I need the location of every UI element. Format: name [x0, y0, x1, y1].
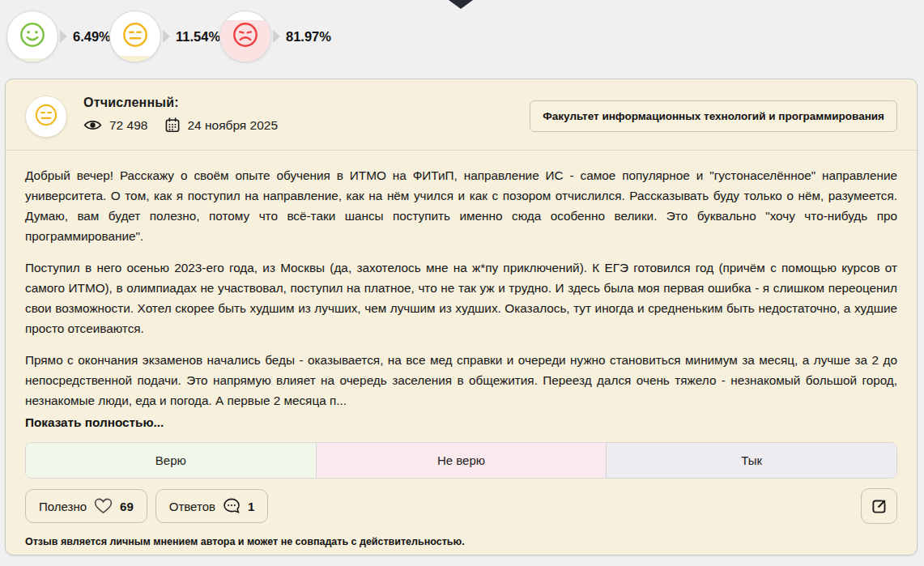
stat-neutral[interactable]: 11.54%	[109, 11, 220, 62]
useful-count: 69	[120, 500, 134, 513]
happy-gauge-fill	[7, 58, 57, 62]
neutral-face-icon	[34, 103, 58, 130]
vote-row: Верю Не верю Тык	[25, 442, 897, 479]
show-more-link[interactable]: Показать полностью...	[25, 412, 164, 432]
avatar	[25, 96, 67, 138]
review-paragraph: Поступил в него осенью 2023-его года, из…	[25, 257, 897, 338]
calendar-icon	[165, 117, 180, 133]
neutral-gauge-circle	[109, 11, 161, 62]
review-paragraph: Прямо с окончания экзаменов начались бед…	[25, 350, 897, 411]
chevron-right-icon	[163, 30, 170, 43]
review-body: Добрый вечер! Расскажу о своём опыте обу…	[6, 151, 917, 547]
tooltip-pointer	[449, 0, 473, 9]
answers-button[interactable]: Ответов 1	[155, 489, 269, 523]
stat-sad[interactable]: 81.97%	[219, 11, 331, 62]
sad-percent: 81.97%	[286, 29, 331, 45]
chat-bubble-icon	[223, 498, 241, 514]
open-external-button[interactable]	[861, 488, 897, 524]
neutral-gauge-fill	[110, 56, 160, 62]
review-header: Отчисленный: 72 498	[6, 79, 917, 151]
review-paragraph: Добрый вечер! Расскажу о своём опыте обу…	[25, 165, 897, 246]
neutral-percent: 11.54%	[176, 29, 220, 45]
review-date: 24 ноября 2025	[187, 118, 278, 133]
believe-button[interactable]: Верю	[26, 443, 316, 478]
not-believe-button[interactable]: Не верю	[316, 443, 607, 478]
views-count: 72 498	[109, 118, 147, 133]
stat-happy[interactable]: 6.49%	[6, 11, 111, 62]
happy-gauge-circle	[6, 11, 58, 62]
chevron-right-icon	[273, 30, 280, 43]
chevron-right-icon	[60, 30, 67, 43]
neutral-face-icon	[121, 21, 149, 52]
disclaimer-text: Отзыв является личным мнением автора и м…	[25, 536, 897, 547]
useful-label: Полезно	[39, 500, 87, 513]
heart-icon	[94, 498, 113, 514]
answers-count: 1	[248, 500, 254, 513]
faculty-button[interactable]: Факультет информационных технологий и пр…	[530, 100, 897, 132]
external-link-icon	[871, 498, 888, 515]
answers-label: Ответов	[169, 500, 215, 513]
review-title: Отчисленный:	[83, 96, 278, 110]
happy-percent: 6.49%	[73, 29, 111, 45]
sad-gauge-circle	[219, 11, 271, 62]
poke-button[interactable]: Тык	[606, 443, 896, 478]
action-row: Полезно 69 Ответов	[25, 488, 897, 524]
sad-face-icon	[232, 21, 259, 52]
review-card: Отчисленный: 72 498	[5, 79, 918, 555]
happy-face-icon	[19, 21, 46, 52]
eye-icon	[83, 119, 102, 131]
useful-button[interactable]: Полезно 69	[25, 489, 147, 523]
